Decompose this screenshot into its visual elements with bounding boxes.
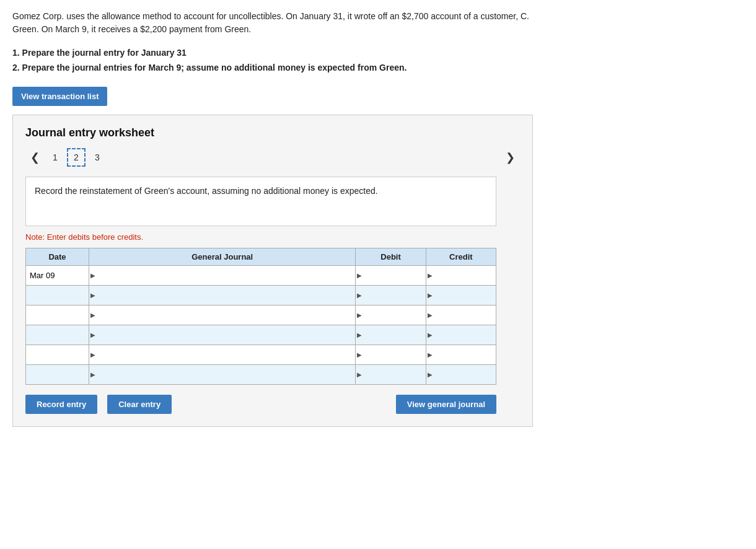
tab-2[interactable]: 2 xyxy=(67,148,86,167)
journal-input[interactable] xyxy=(89,348,355,362)
clear-entry-button[interactable]: Clear entry xyxy=(107,395,172,414)
note-text: Note: Enter debits before credits. xyxy=(25,232,520,242)
journal-input[interactable] xyxy=(89,308,355,322)
credit-cell xyxy=(426,345,496,364)
view-general-journal-button[interactable]: View general journal xyxy=(396,395,496,414)
credit-input[interactable] xyxy=(426,348,496,362)
action-buttons: Record entry Clear entry View general jo… xyxy=(25,395,496,414)
credit-input[interactable] xyxy=(426,308,496,322)
journal-input[interactable] xyxy=(89,288,355,302)
credit-input[interactable] xyxy=(426,288,496,302)
credit-cell xyxy=(426,305,496,325)
date-input[interactable] xyxy=(26,348,89,362)
tab-1[interactable]: 1 xyxy=(46,148,64,167)
table-row xyxy=(26,285,496,305)
journal-cell xyxy=(89,285,355,305)
date-input[interactable] xyxy=(26,308,89,322)
journal-cell xyxy=(89,265,355,285)
view-transaction-button[interactable]: View transaction list xyxy=(12,87,107,106)
debit-cell xyxy=(356,305,426,325)
worksheet-container: Journal entry worksheet ❮ 1 2 3 ❯ Record… xyxy=(12,115,533,427)
debit-input[interactable] xyxy=(356,308,425,322)
col-header-debit: Debit xyxy=(356,248,426,265)
table-row xyxy=(26,345,496,364)
credit-input[interactable] xyxy=(426,268,496,283)
table-row xyxy=(26,305,496,325)
intro-line1: Gomez Corp. uses the allowance method to… xyxy=(12,11,529,21)
date-cell xyxy=(26,285,89,305)
task1-label: 1. Prepare the journal entry for January… xyxy=(12,48,187,58)
tab-navigation: ❮ 1 2 3 ❯ xyxy=(25,148,520,167)
description-text: Record the reinstatement of Green's acco… xyxy=(35,186,378,196)
date-input[interactable] xyxy=(26,288,89,302)
table-row xyxy=(26,364,496,384)
debit-input[interactable] xyxy=(356,268,425,283)
journal-input[interactable] xyxy=(89,367,355,382)
credit-cell xyxy=(426,325,496,345)
date-input[interactable] xyxy=(26,367,89,382)
journal-cell xyxy=(89,325,355,345)
journal-cell xyxy=(89,364,355,384)
tab-3[interactable]: 3 xyxy=(88,148,107,167)
debit-cell xyxy=(356,265,426,285)
journal-input[interactable] xyxy=(89,328,355,342)
debit-cell xyxy=(356,285,426,305)
journal-table: Date General Journal Debit Credit xyxy=(25,248,496,385)
prev-tab-arrow[interactable]: ❮ xyxy=(25,151,45,164)
journal-cell xyxy=(89,305,355,325)
record-entry-button[interactable]: Record entry xyxy=(25,395,97,414)
col-header-credit: Credit xyxy=(426,248,496,265)
tasks-section: 1. Prepare the journal entry for January… xyxy=(12,46,744,76)
debit-input[interactable] xyxy=(356,288,425,302)
worksheet-title: Journal entry worksheet xyxy=(25,126,520,139)
debit-cell xyxy=(356,345,426,364)
next-tab-arrow[interactable]: ❯ xyxy=(501,151,520,164)
date-cell xyxy=(26,345,89,364)
date-cell xyxy=(26,305,89,325)
date-input[interactable] xyxy=(26,268,89,283)
debit-input[interactable] xyxy=(356,367,425,382)
credit-cell xyxy=(426,364,496,384)
credit-cell xyxy=(426,285,496,305)
table-row xyxy=(26,265,496,285)
date-cell xyxy=(26,364,89,384)
date-cell xyxy=(26,325,89,345)
debit-cell xyxy=(356,325,426,345)
debit-input[interactable] xyxy=(356,328,425,342)
credit-input[interactable] xyxy=(426,367,496,382)
debit-cell xyxy=(356,364,426,384)
credit-input[interactable] xyxy=(426,328,496,342)
task2-label: 2. Prepare the journal entries for March… xyxy=(12,63,407,72)
journal-input[interactable] xyxy=(89,268,355,283)
col-header-journal: General Journal xyxy=(89,248,355,265)
description-box: Record the reinstatement of Green's acco… xyxy=(25,177,496,226)
credit-cell xyxy=(426,265,496,285)
intro-line2: Green. On March 9, it receives a $2,200 … xyxy=(12,24,251,34)
journal-cell xyxy=(89,345,355,364)
col-header-date: Date xyxy=(26,248,89,265)
date-input[interactable] xyxy=(26,328,89,342)
date-cell xyxy=(26,265,89,285)
table-row xyxy=(26,325,496,345)
intro-paragraph: Gomez Corp. uses the allowance method to… xyxy=(12,10,570,36)
debit-input[interactable] xyxy=(356,348,425,362)
